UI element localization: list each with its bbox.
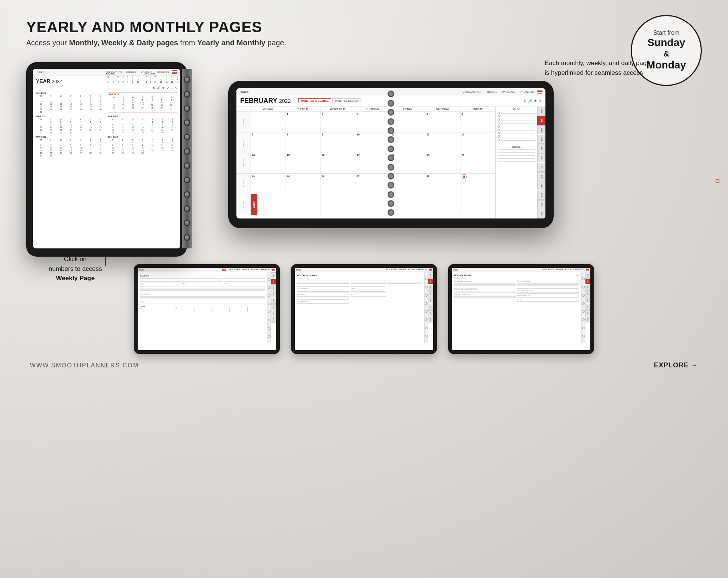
review-toolbar: INDEX QUICK ACTION FINANCE MY GOALS PROJ… bbox=[452, 268, 590, 272]
w4-d3[interactable]: 23 bbox=[321, 174, 355, 194]
w5-d7[interactable] bbox=[461, 194, 495, 215]
w3-d6[interactable]: 19 bbox=[425, 153, 460, 173]
w2-d5[interactable]: 11 bbox=[391, 132, 425, 153]
monthly-projects-btn[interactable]: PROJECTS bbox=[519, 90, 535, 94]
w5-d3[interactable] bbox=[321, 194, 355, 215]
tab-apr[interactable]: APR bbox=[537, 135, 545, 144]
page-footer: WWW.SMOOTHPLANNERS.COM EXPLORE → bbox=[26, 361, 702, 369]
day-monday: MONDAY bbox=[251, 107, 285, 111]
monthly-review-thumbnail: INDEX QUICK ACTION FINANCE MY GOALS PROJ… bbox=[448, 264, 594, 354]
month-glance-thumbnail: INDEX QUICK ACTION FINANCE MY GOALS PROJ… bbox=[291, 264, 437, 354]
month-side-tabs: JAN FEB MAR APR MAY JUN JUL AUG SEP OCT bbox=[537, 107, 545, 218]
w4-d5[interactable]: 25 bbox=[391, 174, 425, 194]
monthly-screen: INDEX QUICK ACTION FINANCE MY GOALS PROJ… bbox=[236, 88, 545, 218]
tablet-spine bbox=[182, 69, 192, 248]
w2-d4[interactable]: 10 bbox=[355, 132, 390, 153]
monthly-quick-action-btn[interactable]: QUICK ACTION bbox=[461, 90, 482, 94]
tab-sep[interactable]: SEP bbox=[537, 181, 545, 190]
view-tabs: MONTH AT A GLANCE MONTHLY REVIEW bbox=[298, 98, 361, 103]
weekly-spine bbox=[267, 272, 271, 343]
notes-panel: NOTES bbox=[496, 144, 537, 218]
w3-d4[interactable]: 17 bbox=[355, 153, 390, 173]
w3-d2[interactable]: 15 bbox=[285, 153, 320, 173]
w2-d6[interactable]: 12 bbox=[425, 132, 460, 153]
toolbar-icon-1[interactable]: ↻ bbox=[524, 99, 527, 103]
tab-aug[interactable]: AUG bbox=[537, 172, 545, 181]
toolbar-icon-3[interactable]: 👁 bbox=[534, 99, 537, 103]
month-may: MAY 2022 MTWTFSS 1 2345678 9101112131415… bbox=[36, 136, 105, 157]
day-tuesday: TUESDAY bbox=[285, 107, 320, 111]
day-headers: MONDAY TUESDAY WEDNESDAY THURSDAY FRIDAY… bbox=[236, 107, 495, 112]
month-feb-highlighted: FEB 2022 MTWTFSS 123456 78910111213 1415… bbox=[108, 92, 177, 113]
w4-d6[interactable]: 26 bbox=[425, 174, 460, 194]
w3-d1[interactable]: 14 bbox=[251, 153, 285, 173]
feb-badge: FEB bbox=[222, 269, 226, 271]
tab-feb[interactable]: FEB bbox=[537, 116, 545, 125]
w1-d2[interactable]: 1 bbox=[285, 112, 320, 132]
tab-dec[interactable]: DEC bbox=[537, 210, 545, 218]
sunday-label: Sunday bbox=[647, 36, 685, 49]
tab-mar[interactable]: MAR bbox=[537, 125, 545, 134]
monthly-toolbar: INDEX QUICK ACTION FINANCE MY GOALS PROJ… bbox=[236, 88, 545, 95]
tab-nov[interactable]: NOV bbox=[537, 200, 545, 209]
monthly-my-goals-btn[interactable]: MY GOALS bbox=[501, 90, 516, 94]
icon-refresh[interactable]: ↻ bbox=[153, 86, 155, 90]
w4-d1[interactable]: 21 bbox=[251, 174, 285, 194]
todo-1 bbox=[498, 112, 535, 114]
w5-d4[interactable] bbox=[355, 194, 390, 215]
icon-eye[interactable]: 👁 bbox=[162, 86, 165, 90]
day-friday: FRIDAY bbox=[391, 107, 425, 111]
w1-d1[interactable] bbox=[251, 112, 285, 132]
weekly-side-tabs: JAN FEB MAR APR MAY JUN JUL AUG bbox=[271, 272, 276, 343]
icon-share[interactable]: ↗ bbox=[166, 86, 169, 90]
w2-d7[interactable]: 13 bbox=[461, 132, 495, 153]
w3-d5[interactable]: 18 bbox=[391, 153, 425, 173]
w2-d2[interactable]: 8 bbox=[285, 132, 320, 153]
toolbar-icon-4[interactable]: ✎ bbox=[539, 99, 542, 103]
w2-d1[interactable]: 7 bbox=[251, 132, 285, 153]
index-btn[interactable]: INDEX bbox=[36, 71, 45, 74]
w3-d7[interactable]: 20 bbox=[461, 153, 495, 173]
calendar-area: MONDAY TUESDAY WEDNESDAY THURSDAY FRIDAY… bbox=[236, 107, 545, 218]
w4-d2[interactable]: 22 bbox=[285, 174, 320, 194]
icon-link[interactable]: 🔗 bbox=[157, 86, 160, 90]
w1-d7[interactable]: 6 bbox=[461, 112, 495, 132]
weekly-screen: INDEX FEB QUICK ACTION FINANCE MY GOALS … bbox=[138, 268, 276, 350]
month-mar: MAR 2022 MTWTFSS 123456 78910111213 1415… bbox=[36, 115, 105, 134]
tab-may[interactable]: MAY bbox=[537, 144, 545, 153]
toolbar-icon-2[interactable]: 🔗 bbox=[528, 99, 532, 103]
hyperlink-annotation: Each monthly, weekly, and daily page is … bbox=[545, 58, 672, 77]
w1-d5[interactable]: 4 bbox=[391, 112, 425, 132]
icon-edit[interactable]: ✎ bbox=[175, 86, 177, 90]
w5-d2[interactable] bbox=[285, 194, 320, 215]
glance-spine bbox=[424, 272, 428, 343]
todo-6 bbox=[498, 129, 535, 131]
w5-d5[interactable] bbox=[391, 194, 425, 215]
monthly-index-btn[interactable]: INDEX bbox=[239, 90, 250, 94]
weekly-toolbar: INDEX FEB QUICK ACTION FINANCE MY GOALS … bbox=[138, 268, 276, 272]
glance-toolbar: INDEX QUICK ACTION FINANCE MY GOALS PROJ… bbox=[295, 268, 433, 272]
glance-screen: INDEX QUICK ACTION FINANCE MY GOALS PROJ… bbox=[295, 268, 433, 350]
review-spine bbox=[581, 272, 585, 343]
month-jan: JAN 2022 MTWTFSS 12 3456789 101112131415… bbox=[36, 92, 105, 113]
w3-d3[interactable]: 16 bbox=[321, 153, 355, 173]
w1-d6[interactable]: 5 bbox=[425, 112, 460, 132]
w4-d7[interactable]: 27 bbox=[461, 174, 495, 194]
footer-explore[interactable]: EXPLORE → bbox=[654, 361, 698, 369]
w5-d6[interactable] bbox=[425, 194, 460, 215]
w4-d4[interactable]: 24 bbox=[355, 174, 390, 194]
w2-d3[interactable]: 9 bbox=[321, 132, 355, 153]
tab-jul[interactable]: JUL bbox=[537, 163, 545, 172]
tab-jan[interactable]: JAN bbox=[537, 107, 545, 116]
icon-download[interactable]: ⤓ bbox=[171, 86, 173, 90]
monthly-menu-icon[interactable] bbox=[537, 90, 542, 94]
w5-d1-cell[interactable]: 28 WEEK 4 bbox=[251, 194, 285, 215]
month-jul-partial: JUL 2022 MTWTFSS 123 45678910 bbox=[105, 73, 141, 83]
tab-jun[interactable]: JUN bbox=[537, 153, 545, 162]
w1-d3[interactable]: 2 bbox=[321, 112, 355, 132]
month-at-glance-tab[interactable]: MONTH AT A GLANCE bbox=[298, 98, 331, 103]
monthly-finance-btn[interactable]: FINANCE bbox=[484, 90, 498, 94]
tab-oct[interactable]: OCT bbox=[537, 191, 545, 200]
monthly-review-tab[interactable]: MONTHLY REVIEW bbox=[332, 98, 361, 103]
w1-d4[interactable]: 3 bbox=[355, 112, 390, 132]
